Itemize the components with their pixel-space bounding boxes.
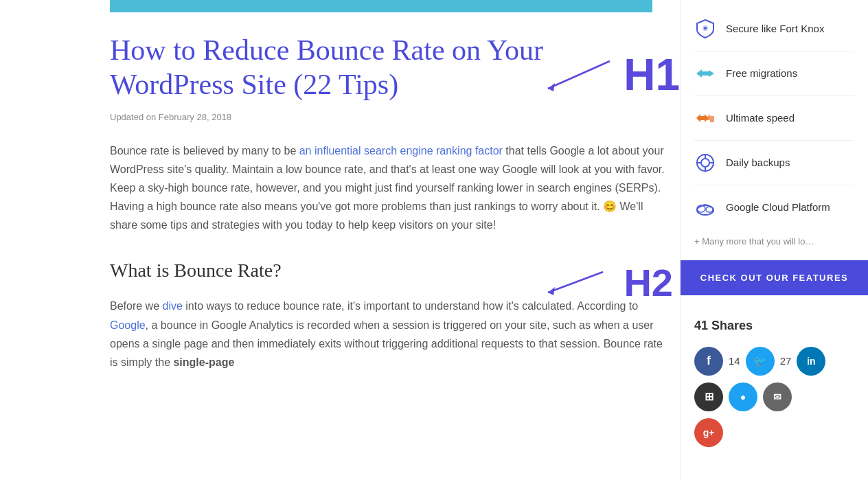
feature-item-cloud: Google Cloud Platform [694, 185, 854, 229]
feature-label-speed: Ultimate speed [726, 110, 795, 126]
article-body: Bounce rate is believed by many to be an… [110, 141, 666, 235]
page-layout: How to Reduce Bounce Rate on Your WordPr… [0, 0, 868, 480]
facebook-count: 14 [729, 353, 740, 369]
body-text-2: into ways to reduce bounce rate, it's im… [183, 300, 638, 312]
intro-text-2: that tells Google a lot about your WordP… [110, 145, 665, 231]
body-text-1: Before we [110, 300, 162, 312]
section-heading-h2: What is Bounce Rate? [110, 255, 666, 286]
body-link-google[interactable]: Google [110, 319, 146, 331]
shares-title: 41 Shares [694, 316, 854, 336]
facebook-share-button[interactable]: f [694, 347, 723, 376]
sidebar-features: Secure like Fort Knox Free migrations [681, 0, 868, 229]
article-wrapper: How to Reduce Bounce Rate on Your WordPr… [110, 33, 666, 372]
svg-point-5 [704, 27, 707, 30]
cloud-icon [694, 196, 716, 218]
google-share-button[interactable]: g+ [694, 418, 723, 447]
circle-icon: ● [740, 391, 746, 402]
share-row-1: f 14 🐦 27 in [694, 347, 854, 376]
article-title: How to Reduce Bounce Rate on Your WordPr… [110, 33, 666, 102]
main-content: How to Reduce Bounce Rate on Your WordPr… [0, 0, 680, 480]
migration-icon [694, 62, 716, 84]
email-icon: ✉ [773, 391, 781, 402]
twitter-count: 27 [780, 353, 792, 369]
feature-label-backups: Daily backups [726, 155, 790, 171]
more-features-text: + Many more that you will lo… [681, 229, 868, 260]
facebook-icon: f [707, 354, 711, 368]
teal-hero-bar [110, 0, 652, 12]
body-link-dive[interactable]: dive [162, 300, 182, 312]
email-share-button[interactable]: ✉ [763, 382, 792, 411]
twitter-share-button[interactable]: 🐦 [746, 347, 775, 376]
body-bold-1: single-page [173, 356, 234, 368]
google-icon: g+ [703, 427, 715, 438]
feature-label-secure: Secure like Fort Knox [726, 21, 824, 37]
linkedin-icon: in [807, 356, 815, 367]
article-meta: Updated on February 28, 2018 [110, 111, 666, 125]
share-row-2: ⊞ ● ✉ [694, 382, 854, 411]
cta-features-button[interactable]: CHECK OUT OUR FEATURES [681, 260, 868, 295]
h2-section: What is Bounce Rate? H2 [110, 255, 666, 286]
layers-icon: ⊞ [705, 390, 713, 403]
svg-point-14 [706, 207, 713, 212]
title-area: How to Reduce Bounce Rate on Your WordPr… [110, 33, 666, 102]
circle-share-button[interactable]: ● [729, 382, 757, 411]
intro-link-1[interactable]: an influential search engine ranking fac… [299, 145, 503, 157]
feature-item-migrations: Free migrations [694, 52, 854, 96]
feature-item-secure: Secure like Fort Knox [694, 7, 854, 52]
svg-marker-3 [548, 287, 555, 295]
linkedin-share-button[interactable]: in [797, 347, 825, 376]
backup-icon [694, 152, 716, 174]
twitter-icon: 🐦 [753, 355, 766, 367]
feature-item-speed: Ultimate speed [694, 96, 854, 141]
feature-item-backups: Daily backups [694, 141, 854, 185]
shield-icon [694, 18, 716, 40]
article-body-2: Before we dive into ways to reduce bounc… [110, 297, 666, 372]
layers-share-button[interactable]: ⊞ [694, 382, 723, 411]
feature-label-migrations: Free migrations [726, 65, 797, 82]
feature-label-cloud: Google Cloud Platform [726, 199, 830, 216]
share-row-3: g+ [694, 418, 854, 447]
sidebar: Secure like Fort Knox Free migrations [680, 0, 868, 480]
speed-icon [694, 107, 716, 129]
svg-point-7 [701, 159, 709, 167]
intro-text-1: Bounce rate is believed by many to be [110, 145, 299, 157]
shares-section: 41 Shares f 14 🐦 27 in ⊞ [681, 295, 868, 468]
